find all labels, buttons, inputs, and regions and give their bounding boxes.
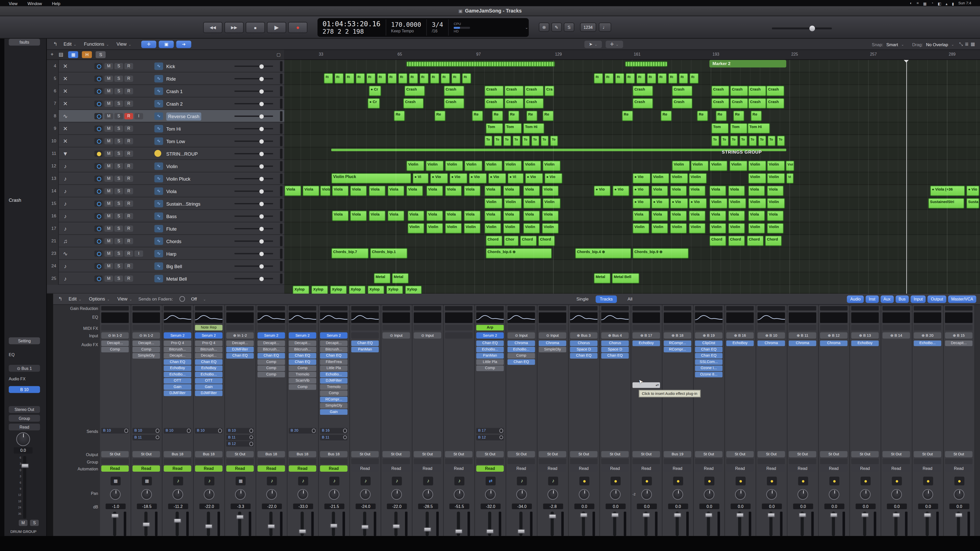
volume-db[interactable]: -11.2 [168, 503, 188, 509]
region[interactable]: Viola [445, 210, 462, 221]
menu-window[interactable]: Window [27, 1, 42, 5]
mute-button[interactable]: M [104, 200, 113, 206]
region[interactable]: Viola [369, 210, 386, 221]
menu-functions[interactable]: Functions⌄ [84, 41, 109, 47]
plugin-slot[interactable]: Ozone I... [695, 365, 722, 371]
mute-button[interactable]: M [104, 163, 113, 169]
automation-slot[interactable]: Read [101, 465, 129, 472]
region[interactable]: Crash [525, 86, 544, 97]
plugin-slot[interactable]: Little Pla [476, 359, 504, 365]
send-slot[interactable]: B 16 [320, 428, 348, 433]
automation-slot[interactable]: Read [883, 465, 910, 472]
volume-db[interactable]: 0.0 [731, 503, 751, 509]
mute-button[interactable]: M [104, 238, 113, 244]
region[interactable]: Viola [523, 210, 540, 221]
region[interactable]: Viola [464, 186, 480, 196]
menu-view[interactable]: View⌄ [118, 296, 132, 302]
output-slot[interactable]: Bus 18 [195, 451, 223, 457]
output-slot[interactable]: St Out [132, 451, 160, 457]
channel-fader[interactable] [676, 512, 679, 536]
region[interactable]: To [512, 135, 520, 146]
group-slot[interactable] [757, 459, 785, 464]
input-slot[interactable]: ⊕ B 20 [914, 332, 941, 338]
group-slot[interactable] [320, 459, 348, 464]
output-slot[interactable]: Bus 18 [258, 451, 285, 457]
plugin-slot[interactable]: Decapit... [289, 341, 316, 346]
plugin-slot[interactable]: Chan EQ [320, 353, 348, 359]
plugin-slot[interactable]: Gain [164, 384, 191, 390]
tool-button-2[interactable]: ➔ [177, 40, 191, 48]
metronome-button[interactable]: ♩ [599, 22, 611, 32]
region[interactable]: Crash [730, 98, 748, 109]
region[interactable]: Tom Hi [523, 123, 544, 134]
region[interactable]: Violin [728, 223, 745, 233]
volume-db[interactable]: 0.0 [637, 503, 657, 509]
lcd-tempo-section[interactable]: 170.0000 Keep Tempo [385, 19, 426, 36]
automation-slot[interactable]: Read [757, 465, 785, 472]
region[interactable]: Violin [426, 223, 443, 233]
track-power-button[interactable] [94, 188, 103, 194]
forward-button[interactable]: ▶▶ [224, 22, 244, 33]
region[interactable]: Crash [766, 98, 784, 109]
region[interactable]: Tom [486, 123, 503, 134]
group-slot[interactable] [414, 459, 441, 464]
send-knob[interactable] [499, 435, 503, 439]
region[interactable]: ● Vio [632, 198, 651, 209]
track-power-button[interactable] [94, 113, 103, 119]
group-slot[interactable] [445, 459, 473, 464]
automation-slot[interactable]: Read [414, 465, 441, 472]
plugin-slot[interactable]: OTT [164, 378, 191, 384]
region[interactable]: Crash [730, 86, 748, 97]
region[interactable]: Violin [523, 198, 541, 209]
automation-slot[interactable]: Read [383, 465, 410, 472]
send-slot[interactable]: B 10 [195, 428, 223, 433]
channel-fader[interactable] [207, 512, 210, 536]
track-header[interactable]: 4✕MSR∿Kick [47, 60, 285, 73]
automation-slot[interactable]: Read [632, 465, 660, 472]
region[interactable]: Crash [525, 98, 544, 109]
fader-cap[interactable] [799, 513, 806, 517]
automation-slot[interactable]: Read [445, 465, 473, 472]
mode-button-2[interactable]: S [564, 22, 574, 32]
group-slot[interactable] [945, 459, 973, 464]
region[interactable]: Re [434, 110, 445, 121]
region[interactable]: Ri [462, 73, 471, 84]
region[interactable]: Violin [767, 198, 785, 209]
record-enable-button[interactable]: R [124, 163, 133, 169]
defaults-button[interactable]: faults [9, 39, 40, 46]
volume-db[interactable]: -3.3 [231, 503, 251, 509]
region[interactable]: Tom Hi [748, 123, 770, 134]
region[interactable]: Viola [445, 186, 462, 196]
channel-fader[interactable] [269, 512, 272, 536]
plugin-slot[interactable]: DJMFilter [195, 391, 223, 396]
input-slot[interactable]: ⊕ B 18 [664, 332, 691, 338]
volume-db[interactable]: 0.0 [699, 503, 719, 509]
region[interactable]: Violin [503, 223, 520, 233]
group-slot[interactable] [664, 459, 691, 464]
lcd-tempo[interactable]: 170.0000 [391, 21, 421, 28]
region[interactable]: Ri [451, 73, 461, 84]
channel-fader[interactable] [582, 512, 585, 536]
midi-fx-slot[interactable] [164, 325, 191, 330]
pan-knob[interactable] [391, 489, 402, 500]
fader-cap[interactable] [142, 522, 150, 527]
region[interactable]: Ri [636, 73, 646, 84]
eq-display[interactable] [226, 312, 254, 323]
track-header[interactable]: 10✕MSR∿Tom Low [47, 135, 285, 148]
region[interactable]: Crash [504, 98, 524, 109]
menu-view[interactable]: View⌄ [116, 41, 131, 47]
region[interactable]: To [767, 135, 776, 146]
track-header[interactable]: 5✕MSR∿Ride [47, 73, 285, 85]
track-header[interactable]: 24♪MSR∿Big Bell [47, 260, 285, 272]
region[interactable]: Tom [711, 123, 729, 134]
plugin-slot[interactable]: PanMan [476, 353, 504, 359]
mute-button[interactable]: M [104, 76, 113, 82]
send-knob[interactable] [343, 429, 347, 433]
region[interactable]: Violin [465, 160, 483, 171]
plugin-slot[interactable]: Comp [289, 365, 316, 371]
track-power-button[interactable] [94, 163, 103, 169]
region[interactable]: Viola [748, 186, 765, 196]
eq-display[interactable] [757, 312, 785, 323]
mute-button[interactable]: M [104, 138, 113, 144]
input-monitor-button[interactable]: I [135, 251, 143, 257]
